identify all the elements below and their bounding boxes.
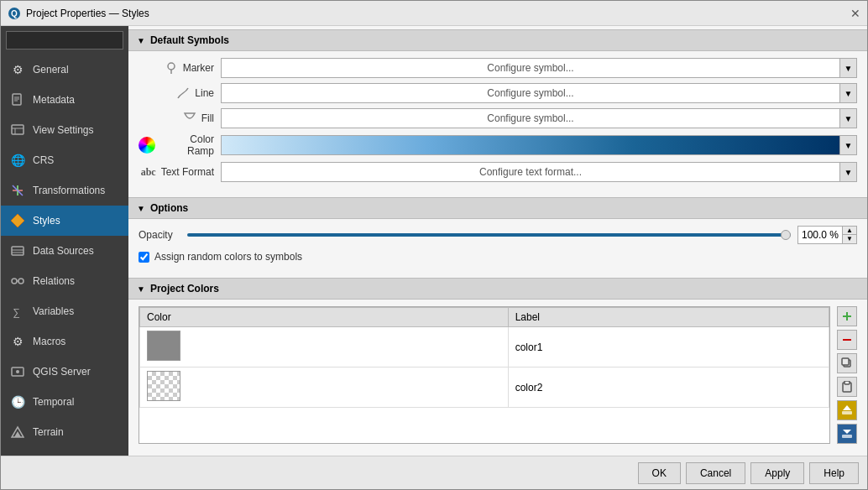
- marker-label-group: Marker: [139, 61, 214, 75]
- sidebar-item-sensors[interactable]: 📡 Sensors: [1, 447, 128, 456]
- sidebar-item-qgis-server[interactable]: QGIS Server: [1, 357, 128, 387]
- svg-marker-9: [11, 214, 24, 227]
- opacity-up-btn[interactable]: ▲: [843, 227, 856, 235]
- terrain-icon: [9, 424, 26, 440]
- project-colors-header[interactable]: ▼ Project Colors: [128, 278, 867, 300]
- color-swatch-2: [147, 371, 180, 401]
- window: Q Project Properties — Styles ✕ ⚙ Genera…: [0, 0, 868, 490]
- relations-icon: [9, 273, 26, 289]
- search-input[interactable]: [6, 31, 123, 50]
- project-colors-title: Project Colors: [150, 283, 219, 295]
- window-title: Project Properties — Styles: [26, 8, 149, 19]
- import-colors-btn[interactable]: [837, 400, 857, 420]
- styles-icon: [9, 212, 26, 229]
- line-label: Line: [195, 87, 214, 99]
- cancel-button[interactable]: Cancel: [686, 462, 745, 484]
- label-cell-2: color2: [508, 368, 829, 408]
- color-ramp-dropdown-btn[interactable]: ▼: [839, 136, 856, 154]
- sidebar-item-variables[interactable]: ∑ Variables: [1, 296, 128, 326]
- marker-dropdown-btn[interactable]: ▼: [839, 59, 856, 77]
- svg-rect-10: [12, 247, 24, 255]
- marker-row: Marker Configure symbol... ▼: [139, 58, 857, 78]
- content-area: ▼ Default Symbols Marker Configure symbo…: [128, 26, 867, 456]
- sidebar: ⚙ General Metadata View Settings 🌐 CRS: [1, 26, 128, 456]
- sidebar-item-relations[interactable]: Relations: [1, 266, 128, 296]
- fill-label-group: Fill: [139, 112, 214, 125]
- sidebar-item-label: Macros: [33, 336, 65, 347]
- default-symbols-header[interactable]: ▼ Default Symbols: [128, 29, 867, 51]
- default-symbols-arrow: ▼: [137, 36, 145, 45]
- sidebar-item-label: Terrain: [33, 426, 64, 438]
- marker-configure-text: Configure symbol...: [222, 59, 839, 77]
- project-colors-actions: [837, 306, 857, 444]
- table-row: color1: [140, 327, 829, 368]
- sidebar-item-styles[interactable]: Styles: [1, 206, 128, 236]
- fill-dropdown-btn[interactable]: ▼: [839, 109, 856, 128]
- default-symbols-body: Marker Configure symbol... ▼ Line Config…: [128, 51, 867, 194]
- ok-button[interactable]: OK: [638, 462, 681, 484]
- sidebar-item-label: Styles: [33, 215, 60, 227]
- fill-icon: [183, 112, 196, 125]
- color-swatch-1: [147, 331, 180, 361]
- paste-color-btn[interactable]: [837, 377, 857, 397]
- line-label-group: Line: [139, 86, 214, 100]
- opacity-row: Opacity 100.0 % ▲ ▼: [139, 226, 857, 244]
- assign-random-row: Assign random colors to symbols: [139, 251, 857, 263]
- table-row: color2: [140, 368, 829, 408]
- apply-button[interactable]: Apply: [750, 462, 804, 484]
- help-button[interactable]: Help: [809, 462, 859, 484]
- sidebar-item-general[interactable]: ⚙ General: [1, 55, 128, 85]
- sidebar-item-temporal[interactable]: 🕒 Temporal: [1, 387, 128, 417]
- color-ramp-preview[interactable]: [222, 136, 839, 154]
- svg-marker-31: [843, 405, 851, 410]
- project-colors-arrow: ▼: [137, 284, 145, 294]
- sidebar-item-terrain[interactable]: Terrain: [1, 417, 128, 447]
- copy-color-btn[interactable]: [837, 353, 857, 373]
- color-col-header: Color: [140, 308, 509, 327]
- opacity-spinbox: 100.0 % ▲ ▼: [797, 226, 857, 244]
- project-colors-body: Color Label color1: [128, 300, 867, 451]
- svg-rect-27: [842, 358, 849, 365]
- color-ramp-label-group: Color Ramp: [139, 133, 214, 157]
- metadata-icon: [9, 91, 26, 108]
- assign-random-checkbox[interactable]: [139, 252, 149, 263]
- color-ramp-label: Color Ramp: [160, 133, 214, 157]
- project-colors-table: Color Label color1: [139, 307, 829, 408]
- remove-color-btn[interactable]: [837, 330, 857, 350]
- sidebar-item-data-sources[interactable]: Data Sources: [1, 236, 128, 266]
- sidebar-item-transformations[interactable]: Transformations: [1, 175, 128, 206]
- color-cell-1: [140, 327, 509, 368]
- svg-point-13: [12, 279, 17, 284]
- options-title: Options: [150, 202, 188, 214]
- fill-row: Fill Configure symbol... ▼: [139, 108, 857, 128]
- text-format-dropdown-btn[interactable]: ▼: [839, 163, 856, 181]
- options-body: Opacity 100.0 % ▲ ▼ Assign random colors…: [128, 219, 867, 274]
- label-cell-1: color1: [508, 327, 829, 368]
- line-dropdown-btn[interactable]: ▼: [839, 84, 856, 102]
- fill-configure-text: Configure symbol...: [222, 109, 839, 128]
- add-color-btn[interactable]: [837, 306, 857, 326]
- options-header[interactable]: ▼ Options: [128, 197, 867, 219]
- text-format-label-group: abc Text Format: [139, 166, 214, 179]
- assign-random-label[interactable]: Assign random colors to symbols: [154, 251, 302, 263]
- svg-point-18: [16, 370, 19, 373]
- marker-icon: [165, 61, 178, 75]
- text-format-configure-text: Configure text format...: [222, 163, 839, 181]
- export-colors-btn[interactable]: [837, 424, 857, 444]
- svg-text:Q: Q: [11, 9, 18, 18]
- sidebar-item-view-settings[interactable]: View Settings: [1, 115, 128, 145]
- line-configure-text: Configure symbol...: [222, 84, 839, 102]
- svg-text:∑: ∑: [13, 306, 20, 318]
- sidebar-item-macros[interactable]: ⚙ Macros: [1, 326, 128, 357]
- opacity-down-btn[interactable]: ▼: [843, 235, 856, 243]
- sidebar-item-crs[interactable]: 🌐 CRS: [1, 145, 128, 175]
- close-button[interactable]: ✕: [850, 7, 860, 20]
- sidebar-item-label: Temporal: [33, 396, 74, 408]
- project-colors-table-wrapper: Color Label color1: [139, 306, 830, 444]
- main-content: ⚙ General Metadata View Settings 🌐 CRS: [1, 26, 867, 456]
- marker-label: Marker: [183, 62, 214, 74]
- opacity-value: 100.0 %: [798, 227, 842, 243]
- svg-point-14: [18, 279, 24, 284]
- opacity-slider[interactable]: [187, 233, 791, 237]
- sidebar-item-metadata[interactable]: Metadata: [1, 85, 128, 115]
